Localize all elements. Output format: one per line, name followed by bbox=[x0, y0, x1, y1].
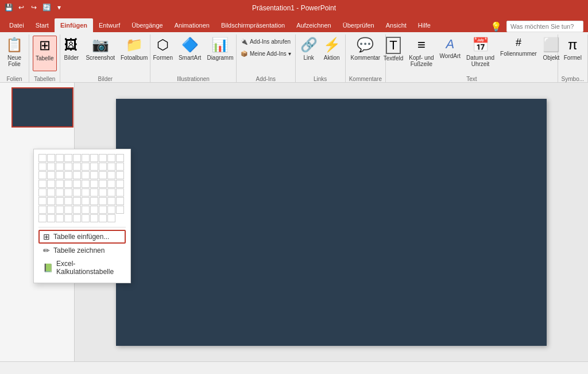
grid-cell[interactable] bbox=[38, 154, 47, 162]
grid-cell[interactable] bbox=[107, 180, 115, 188]
grid-cell[interactable] bbox=[90, 180, 98, 188]
grid-cell[interactable] bbox=[82, 197, 90, 205]
grid-cell[interactable] bbox=[99, 206, 107, 214]
tab-aufzeichnen[interactable]: Aufzeichnen bbox=[291, 18, 337, 32]
grid-cell[interactable] bbox=[56, 180, 64, 188]
grid-cell[interactable] bbox=[64, 154, 72, 162]
fotoalbum-button[interactable]: 📁 Fotoalbum bbox=[118, 36, 150, 71]
grid-cell[interactable] bbox=[99, 154, 107, 162]
grid-cell[interactable] bbox=[116, 206, 124, 214]
grid-cell[interactable] bbox=[47, 206, 55, 214]
grid-cell[interactable] bbox=[90, 163, 98, 171]
grid-cell[interactable] bbox=[38, 163, 47, 171]
formel-button[interactable]: π Formel bbox=[562, 36, 584, 71]
grid-cell[interactable] bbox=[99, 214, 107, 222]
tab-datei[interactable]: Datei bbox=[3, 18, 30, 32]
addins-abrufen-button[interactable]: 🔌 Add-Ins abrufen bbox=[238, 36, 293, 47]
grid-cell[interactable] bbox=[116, 197, 124, 205]
grid-cell[interactable] bbox=[90, 214, 98, 222]
save-btn[interactable]: 💾 bbox=[3, 2, 14, 13]
help-input[interactable] bbox=[510, 23, 579, 30]
datum-uhrzeit-button[interactable]: 📅 Datum undUhrzeit bbox=[464, 36, 497, 71]
grid-cell[interactable] bbox=[116, 171, 124, 179]
grid-cell[interactable] bbox=[82, 188, 90, 196]
grid-cell[interactable] bbox=[64, 163, 72, 171]
slide-canvas[interactable] bbox=[116, 99, 547, 346]
grid-cell[interactable] bbox=[38, 197, 47, 205]
grid-cell[interactable] bbox=[90, 154, 98, 162]
tabelle-zeichnen-item[interactable]: ✏ Tabelle zeichnen bbox=[38, 244, 126, 257]
grid-cell[interactable] bbox=[64, 188, 72, 196]
tabelle-einfuegen-item[interactable]: ⊞ Tabelle einfügen... bbox=[38, 230, 126, 244]
grid-cell[interactable] bbox=[99, 171, 107, 179]
grid-cell[interactable] bbox=[82, 154, 90, 162]
grid-cell[interactable] bbox=[47, 197, 55, 205]
grid-cell[interactable] bbox=[73, 188, 81, 196]
undo-btn[interactable]: ↩ bbox=[16, 2, 26, 13]
slide-thumbnail-1[interactable]: 1 bbox=[2, 87, 72, 128]
grid-cell[interactable] bbox=[47, 180, 55, 188]
neue-folie-button[interactable]: 📋 NeueFolie bbox=[3, 36, 25, 71]
grid-cell[interactable] bbox=[56, 163, 64, 171]
grid-cell[interactable] bbox=[38, 171, 47, 179]
grid-cell[interactable] bbox=[64, 214, 72, 222]
tabelle-button[interactable]: ⊞ Tabelle bbox=[33, 36, 57, 71]
grid-cell[interactable] bbox=[64, 180, 72, 188]
grid-cell[interactable] bbox=[56, 206, 64, 214]
redo-btn[interactable]: ↪ bbox=[29, 2, 39, 13]
aktion-button[interactable]: ⚡ Aktion bbox=[321, 36, 343, 71]
grid-cell[interactable] bbox=[47, 188, 55, 196]
formen-button[interactable]: ⬡ Formen bbox=[151, 36, 175, 71]
tab-start[interactable]: Start bbox=[30, 18, 55, 32]
grid-cell[interactable] bbox=[82, 171, 90, 179]
diagramm-button[interactable]: 📊 Diagramm bbox=[204, 36, 235, 71]
help-search[interactable] bbox=[506, 21, 583, 32]
tab-animationen[interactable]: Animationen bbox=[169, 18, 215, 32]
tab-bildschirm[interactable]: Bildschirmpräsentation bbox=[215, 18, 291, 32]
grid-cell[interactable] bbox=[73, 214, 81, 222]
tab-ansicht[interactable]: Ansicht bbox=[380, 18, 412, 32]
grid-cell[interactable] bbox=[116, 163, 124, 171]
foliennummer-button[interactable]: # Foliennummer bbox=[498, 36, 539, 71]
grid-cell[interactable] bbox=[107, 163, 115, 171]
grid-cell[interactable] bbox=[73, 206, 81, 214]
grid-cell[interactable] bbox=[99, 180, 107, 188]
grid-cell[interactable] bbox=[99, 188, 107, 196]
grid-cell[interactable] bbox=[56, 197, 64, 205]
tab-hilfe[interactable]: Hilfe bbox=[412, 18, 436, 32]
grid-cell[interactable] bbox=[56, 188, 64, 196]
kommentar-button[interactable]: 💬 Kommentar bbox=[348, 36, 382, 71]
grid-cell[interactable] bbox=[73, 197, 81, 205]
grid-cell[interactable] bbox=[47, 154, 55, 162]
grid-cell[interactable] bbox=[64, 206, 72, 214]
link-button[interactable]: 🔗 Link bbox=[298, 36, 320, 71]
grid-cell[interactable] bbox=[90, 171, 98, 179]
grid-cell[interactable] bbox=[56, 171, 64, 179]
grid-cell[interactable] bbox=[107, 171, 115, 179]
grid-cell[interactable] bbox=[82, 206, 90, 214]
grid-cell[interactable] bbox=[116, 188, 124, 196]
repeat-btn[interactable]: 🔄 bbox=[41, 2, 52, 13]
grid-cell[interactable] bbox=[99, 197, 107, 205]
grid-cell[interactable] bbox=[73, 171, 81, 179]
wordart-button[interactable]: A WordArt bbox=[438, 36, 463, 71]
smartart-button[interactable]: 🔷 SmartArt bbox=[176, 36, 203, 71]
grid-cell[interactable] bbox=[64, 197, 72, 205]
grid-cell[interactable] bbox=[107, 154, 115, 162]
grid-cell[interactable] bbox=[99, 163, 107, 171]
grid-cell[interactable] bbox=[73, 180, 81, 188]
grid-cell[interactable] bbox=[38, 206, 47, 214]
bilder-button[interactable]: 🖼 Bilder bbox=[60, 36, 82, 71]
grid-cell[interactable] bbox=[56, 154, 64, 162]
grid-cell[interactable] bbox=[90, 206, 98, 214]
grid-cell[interactable] bbox=[90, 188, 98, 196]
grid-cell[interactable] bbox=[116, 154, 124, 162]
grid-cell[interactable] bbox=[73, 163, 81, 171]
grid-cell[interactable] bbox=[64, 171, 72, 179]
grid-cell[interactable] bbox=[107, 206, 115, 214]
grid-cell[interactable] bbox=[116, 180, 124, 188]
grid-cell[interactable] bbox=[107, 214, 115, 222]
grid-cell[interactable] bbox=[107, 188, 115, 196]
grid-cell[interactable] bbox=[38, 214, 47, 222]
meine-addins-button[interactable]: 📦 Meine Add-Ins ▾ bbox=[238, 48, 293, 59]
